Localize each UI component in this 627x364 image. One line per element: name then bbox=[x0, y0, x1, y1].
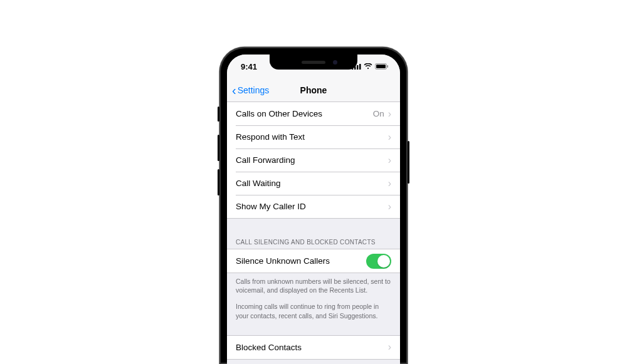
navigation-bar: ‹ Settings Phone bbox=[227, 78, 400, 102]
row-label: Calls on Other Devices bbox=[236, 109, 322, 118]
volume-up-button bbox=[218, 135, 219, 161]
footer-text-2: Incoming calls will continue to ring fro… bbox=[227, 298, 400, 323]
section-spacer bbox=[227, 219, 400, 236]
status-icons bbox=[352, 63, 389, 70]
volume-down-button bbox=[218, 169, 219, 195]
settings-group-silencing: Silence Unknown Callers bbox=[227, 249, 400, 273]
svg-rect-2 bbox=[357, 65, 359, 70]
row-label: Blocked Contacts bbox=[236, 343, 302, 352]
row-blocked-contacts[interactable]: Blocked Contacts › bbox=[227, 336, 400, 359]
row-respond-with-text[interactable]: Respond with Text › bbox=[227, 125, 400, 148]
row-label: Call Forwarding bbox=[236, 155, 295, 165]
row-show-my-caller-id[interactable]: Show My Caller ID › bbox=[227, 195, 400, 218]
toggle-knob bbox=[377, 255, 390, 268]
wifi-icon bbox=[364, 63, 372, 70]
row-calls-on-other-devices[interactable]: Calls on Other Devices On › bbox=[227, 102, 400, 125]
row-label: Call Waiting bbox=[236, 179, 281, 188]
notch bbox=[270, 55, 357, 70]
settings-group-calls: Calls on Other Devices On › Respond with… bbox=[227, 102, 400, 219]
chevron-right-icon: › bbox=[388, 201, 391, 212]
svg-rect-6 bbox=[387, 65, 389, 68]
battery-icon bbox=[375, 63, 389, 70]
footer-text-1: Calls from unknown numbers will be silen… bbox=[227, 273, 400, 298]
chevron-left-icon: ‹ bbox=[232, 84, 236, 96]
svg-rect-3 bbox=[359, 64, 361, 70]
chevron-right-icon: › bbox=[388, 155, 391, 166]
row-label: Respond with Text bbox=[236, 132, 305, 142]
back-button[interactable]: ‹ Settings bbox=[232, 84, 269, 96]
toggle-silence-unknown[interactable] bbox=[366, 254, 391, 269]
row-label: Show My Caller ID bbox=[236, 202, 306, 211]
chevron-right-icon: › bbox=[388, 341, 391, 353]
row-call-forwarding[interactable]: Call Forwarding › bbox=[227, 148, 400, 172]
page-title: Phone bbox=[300, 85, 327, 95]
phone-device-frame: 9:41 ‹ Set bbox=[219, 47, 408, 364]
mute-switch bbox=[218, 107, 219, 122]
svg-rect-5 bbox=[376, 65, 386, 68]
status-time: 9:41 bbox=[241, 62, 272, 71]
chevron-right-icon: › bbox=[388, 178, 391, 189]
settings-group-blocked: Blocked Contacts › bbox=[227, 335, 400, 360]
row-silence-unknown-callers[interactable]: Silence Unknown Callers bbox=[227, 249, 400, 273]
row-value: On bbox=[373, 109, 384, 118]
section-header-silencing: CALL SILENCING AND BLOCKED CONTACTS bbox=[227, 236, 400, 249]
row-call-waiting[interactable]: Call Waiting › bbox=[227, 172, 400, 195]
row-label: Silence Unknown Callers bbox=[236, 256, 330, 266]
chevron-right-icon: › bbox=[388, 108, 391, 120]
back-label: Settings bbox=[238, 85, 270, 95]
screen: 9:41 ‹ Set bbox=[227, 55, 400, 364]
chevron-right-icon: › bbox=[388, 132, 391, 143]
power-button bbox=[408, 141, 409, 184]
speaker-grille bbox=[302, 61, 325, 64]
front-camera bbox=[333, 60, 337, 65]
section-spacer bbox=[227, 324, 400, 335]
